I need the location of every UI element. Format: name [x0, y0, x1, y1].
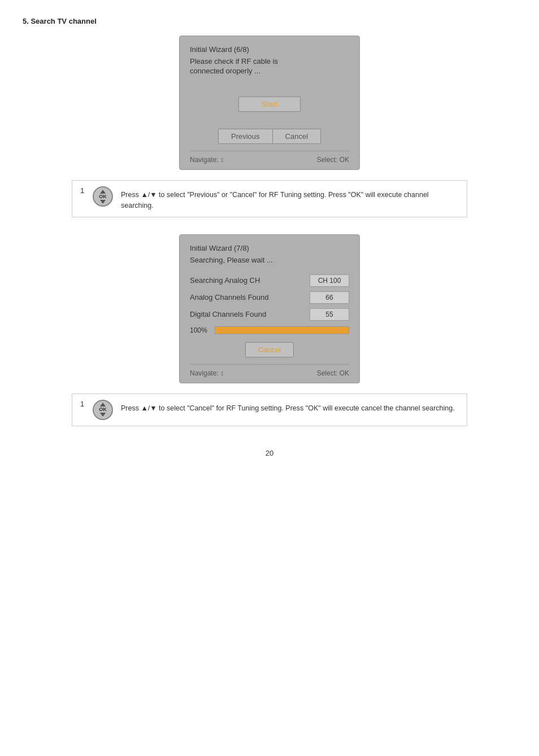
dialog1-navigate: Navigate: ↕: [190, 156, 224, 164]
info-text-1: Press ▲/▼ to select "Previous" or "Cance…: [121, 186, 459, 211]
page-number: 20: [23, 449, 516, 457]
ok-button-circle-2[interactable]: OK: [93, 400, 113, 420]
ok-button-circle-1[interactable]: OK: [93, 186, 113, 207]
dialog2-title: Initial Wizard (7/8): [190, 244, 349, 252]
analog-ch-row: Searching Analog CH CH 100: [190, 274, 349, 287]
dialog-box-1: Initial Wizard (6/8) Please check if RF …: [179, 36, 360, 170]
info-row-1: 1 OK Press ▲/▼ to select "Previous" or "…: [72, 180, 467, 217]
step-number-1: 1: [80, 186, 88, 195]
section-title: 5. Search TV channel: [23, 17, 516, 25]
dialog2-navigate: Navigate: ↕: [190, 369, 224, 377]
dialog2-footer: Navigate: ↕ Select: OK: [190, 364, 349, 377]
cancel-button-1[interactable]: Cancel: [273, 129, 321, 144]
dialog1-footer: Navigate: ↕ Select: OK: [190, 151, 349, 164]
start-button[interactable]: Start: [238, 97, 300, 112]
analog-found-label: Analog Channels Found: [190, 293, 269, 301]
info-row-2: 1 OK Press ▲/▼ to select "Cancel" for RF…: [72, 394, 467, 426]
step-number-2: 1: [80, 400, 88, 408]
arrow-up-icon-2: [100, 403, 106, 407]
arrow-down-icon-2: [100, 413, 106, 417]
digital-found-label: Digital Channels Found: [190, 310, 266, 318]
ok-label-1: OK: [99, 194, 107, 199]
ok-label-2: OK: [99, 407, 107, 412]
progress-label: 100%: [190, 326, 211, 334]
dialog1-line1: Please check if RF cable is: [190, 57, 349, 65]
dialog2-select: Select: OK: [317, 369, 349, 377]
dialog-box-2: Initial Wizard (7/8) Searching, Please w…: [179, 234, 360, 383]
arrow-down-icon-1: [100, 200, 106, 204]
previous-button[interactable]: Previous: [218, 129, 273, 144]
arrow-up-icon-1: [100, 190, 106, 194]
progress-bar-bg: [215, 326, 349, 334]
cancel-button-2[interactable]: Cancel: [245, 342, 294, 357]
analog-ch-label: Searching Analog CH: [190, 276, 260, 285]
analog-ch-value: CH 100: [310, 274, 349, 287]
analog-found-row: Analog Channels Found 66: [190, 291, 349, 304]
dialog2-searching: Searching, Please wait ...: [190, 256, 349, 264]
analog-found-value: 66: [310, 291, 349, 304]
dialog1-select: Select: OK: [317, 156, 349, 164]
progress-bar-fill: [215, 327, 349, 334]
progress-row: 100%: [190, 326, 349, 334]
digital-found-value: 55: [310, 308, 349, 321]
info-text-2: Press ▲/▼ to select "Cancel" for RF Tuni…: [121, 400, 455, 414]
digital-found-row: Digital Channels Found 55: [190, 308, 349, 321]
dialog1-line2: connected oroperly ...: [190, 67, 349, 75]
dialog1-title: Initial Wizard (6/8): [190, 45, 349, 54]
